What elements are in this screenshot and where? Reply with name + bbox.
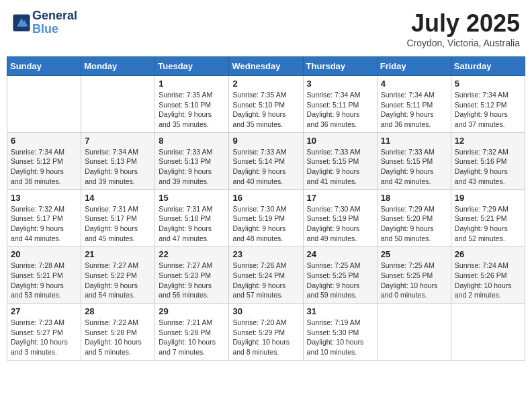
- day-info: Sunrise: 7:34 AM Sunset: 5:11 PM Dayligh…: [381, 90, 447, 130]
- day-number: 1: [159, 79, 225, 89]
- weekday-header: Saturday: [451, 57, 525, 76]
- day-number: 30: [232, 306, 299, 316]
- logo-text: General Blue: [32, 9, 77, 36]
- day-info: Sunrise: 7:24 AM Sunset: 5:26 PM Dayligh…: [455, 261, 521, 300]
- calendar-week-row: 13Sunrise: 7:32 AM Sunset: 5:17 PM Dayli…: [7, 189, 525, 246]
- day-number: 18: [381, 193, 447, 203]
- calendar-day-cell: 16Sunrise: 7:30 AM Sunset: 5:19 PM Dayli…: [229, 189, 303, 246]
- calendar-header-row: SundayMondayTuesdayWednesdayThursdayFrid…: [7, 57, 525, 76]
- day-number: 22: [159, 249, 225, 259]
- calendar-week-row: 27Sunrise: 7:23 AM Sunset: 5:27 PM Dayli…: [7, 304, 525, 361]
- calendar-day-cell: 8Sunrise: 7:33 AM Sunset: 5:13 PM Daylig…: [155, 132, 229, 189]
- calendar-day-cell: 10Sunrise: 7:33 AM Sunset: 5:15 PM Dayli…: [303, 132, 377, 189]
- logo-icon: [12, 13, 31, 32]
- day-info: Sunrise: 7:33 AM Sunset: 5:14 PM Dayligh…: [232, 147, 299, 187]
- day-info: Sunrise: 7:28 AM Sunset: 5:21 PM Dayligh…: [11, 261, 77, 300]
- day-number: 31: [307, 306, 373, 316]
- day-info: Sunrise: 7:33 AM Sunset: 5:13 PM Dayligh…: [159, 147, 225, 187]
- day-number: 12: [455, 136, 521, 146]
- day-number: 9: [232, 136, 299, 146]
- day-info: Sunrise: 7:31 AM Sunset: 5:18 PM Dayligh…: [159, 204, 225, 244]
- title-section: July 2025 Croydon, Victoria, Australia: [406, 9, 520, 48]
- calendar-day-cell: 7Sunrise: 7:34 AM Sunset: 5:13 PM Daylig…: [81, 132, 155, 189]
- day-info: Sunrise: 7:34 AM Sunset: 5:13 PM Dayligh…: [85, 147, 151, 187]
- day-info: Sunrise: 7:31 AM Sunset: 5:17 PM Dayligh…: [85, 204, 151, 244]
- calendar-day-cell: 14Sunrise: 7:31 AM Sunset: 5:17 PM Dayli…: [81, 189, 155, 246]
- calendar-day-cell: 20Sunrise: 7:28 AM Sunset: 5:21 PM Dayli…: [7, 246, 81, 304]
- calendar-day-cell: 13Sunrise: 7:32 AM Sunset: 5:17 PM Dayli…: [7, 189, 81, 246]
- day-info: Sunrise: 7:27 AM Sunset: 5:22 PM Dayligh…: [85, 261, 151, 300]
- calendar-day-cell: 2Sunrise: 7:35 AM Sunset: 5:10 PM Daylig…: [229, 76, 303, 133]
- day-number: 13: [11, 193, 77, 203]
- day-info: Sunrise: 7:20 AM Sunset: 5:29 PM Dayligh…: [232, 318, 299, 357]
- calendar-day-cell: 9Sunrise: 7:33 AM Sunset: 5:14 PM Daylig…: [229, 132, 303, 189]
- weekday-header: Friday: [377, 57, 451, 76]
- calendar-day-cell: 3Sunrise: 7:34 AM Sunset: 5:11 PM Daylig…: [303, 76, 377, 133]
- day-number: 8: [159, 136, 225, 146]
- day-info: Sunrise: 7:34 AM Sunset: 5:12 PM Dayligh…: [455, 90, 521, 130]
- day-number: 10: [307, 136, 373, 146]
- calendar-day-cell: 12Sunrise: 7:32 AM Sunset: 5:16 PM Dayli…: [451, 132, 525, 189]
- day-info: Sunrise: 7:35 AM Sunset: 5:10 PM Dayligh…: [159, 90, 225, 130]
- calendar-day-cell: [7, 76, 81, 133]
- day-info: Sunrise: 7:19 AM Sunset: 5:30 PM Dayligh…: [307, 318, 373, 357]
- calendar-day-cell: 24Sunrise: 7:25 AM Sunset: 5:25 PM Dayli…: [303, 246, 377, 304]
- day-number: 26: [455, 249, 521, 259]
- calendar-day-cell: 19Sunrise: 7:29 AM Sunset: 5:21 PM Dayli…: [451, 189, 525, 246]
- weekday-header: Monday: [81, 57, 155, 76]
- day-info: Sunrise: 7:29 AM Sunset: 5:21 PM Dayligh…: [455, 204, 521, 244]
- day-info: Sunrise: 7:33 AM Sunset: 5:15 PM Dayligh…: [307, 147, 373, 187]
- month-year-title: July 2025: [406, 9, 520, 38]
- day-number: 20: [11, 249, 77, 259]
- calendar-day-cell: 15Sunrise: 7:31 AM Sunset: 5:18 PM Dayli…: [155, 189, 229, 246]
- day-number: 6: [11, 136, 77, 146]
- day-number: 17: [307, 193, 373, 203]
- calendar-day-cell: 27Sunrise: 7:23 AM Sunset: 5:27 PM Dayli…: [7, 304, 81, 361]
- day-number: 5: [455, 79, 521, 89]
- day-info: Sunrise: 7:23 AM Sunset: 5:27 PM Dayligh…: [11, 318, 77, 357]
- day-info: Sunrise: 7:35 AM Sunset: 5:10 PM Dayligh…: [232, 90, 299, 130]
- day-info: Sunrise: 7:27 AM Sunset: 5:23 PM Dayligh…: [159, 261, 225, 300]
- day-number: 15: [159, 193, 225, 203]
- logo: General Blue: [12, 9, 77, 36]
- day-number: 16: [232, 193, 299, 203]
- day-number: 19: [455, 193, 521, 203]
- calendar-day-cell: 22Sunrise: 7:27 AM Sunset: 5:23 PM Dayli…: [155, 246, 229, 304]
- day-number: 7: [85, 136, 151, 146]
- day-info: Sunrise: 7:29 AM Sunset: 5:20 PM Dayligh…: [381, 204, 447, 244]
- calendar-table: SundayMondayTuesdayWednesdayThursdayFrid…: [7, 56, 525, 361]
- calendar-week-row: 20Sunrise: 7:28 AM Sunset: 5:21 PM Dayli…: [7, 246, 525, 304]
- day-number: 4: [381, 79, 447, 89]
- page-header: General Blue July 2025 Croydon, Victoria…: [7, 7, 525, 51]
- day-info: Sunrise: 7:25 AM Sunset: 5:25 PM Dayligh…: [381, 261, 447, 300]
- day-info: Sunrise: 7:32 AM Sunset: 5:16 PM Dayligh…: [455, 147, 521, 187]
- day-info: Sunrise: 7:22 AM Sunset: 5:28 PM Dayligh…: [85, 318, 151, 357]
- calendar-day-cell: 25Sunrise: 7:25 AM Sunset: 5:25 PM Dayli…: [377, 246, 451, 304]
- day-info: Sunrise: 7:26 AM Sunset: 5:24 PM Dayligh…: [232, 261, 299, 300]
- calendar-week-row: 6Sunrise: 7:34 AM Sunset: 5:12 PM Daylig…: [7, 132, 525, 189]
- calendar-day-cell: [377, 304, 451, 361]
- calendar-day-cell: 17Sunrise: 7:30 AM Sunset: 5:19 PM Dayli…: [303, 189, 377, 246]
- calendar-day-cell: [451, 304, 525, 361]
- day-number: 23: [232, 249, 299, 259]
- calendar-day-cell: 28Sunrise: 7:22 AM Sunset: 5:28 PM Dayli…: [81, 304, 155, 361]
- day-info: Sunrise: 7:30 AM Sunset: 5:19 PM Dayligh…: [232, 204, 299, 244]
- day-number: 14: [85, 193, 151, 203]
- calendar-day-cell: 6Sunrise: 7:34 AM Sunset: 5:12 PM Daylig…: [7, 132, 81, 189]
- day-number: 24: [307, 249, 373, 259]
- calendar-week-row: 1Sunrise: 7:35 AM Sunset: 5:10 PM Daylig…: [7, 76, 525, 133]
- day-info: Sunrise: 7:30 AM Sunset: 5:19 PM Dayligh…: [307, 204, 373, 244]
- day-info: Sunrise: 7:21 AM Sunset: 5:28 PM Dayligh…: [159, 318, 225, 357]
- day-info: Sunrise: 7:33 AM Sunset: 5:15 PM Dayligh…: [381, 147, 447, 187]
- day-info: Sunrise: 7:34 AM Sunset: 5:11 PM Dayligh…: [307, 90, 373, 130]
- weekday-header: Thursday: [303, 57, 377, 76]
- weekday-header: Sunday: [7, 57, 81, 76]
- weekday-header: Wednesday: [229, 57, 303, 76]
- calendar-day-cell: 4Sunrise: 7:34 AM Sunset: 5:11 PM Daylig…: [377, 76, 451, 133]
- calendar-day-cell: 18Sunrise: 7:29 AM Sunset: 5:20 PM Dayli…: [377, 189, 451, 246]
- calendar-day-cell: 11Sunrise: 7:33 AM Sunset: 5:15 PM Dayli…: [377, 132, 451, 189]
- calendar-day-cell: [81, 76, 155, 133]
- calendar-day-cell: 29Sunrise: 7:21 AM Sunset: 5:28 PM Dayli…: [155, 304, 229, 361]
- calendar-day-cell: 31Sunrise: 7:19 AM Sunset: 5:30 PM Dayli…: [303, 304, 377, 361]
- calendar-day-cell: 30Sunrise: 7:20 AM Sunset: 5:29 PM Dayli…: [229, 304, 303, 361]
